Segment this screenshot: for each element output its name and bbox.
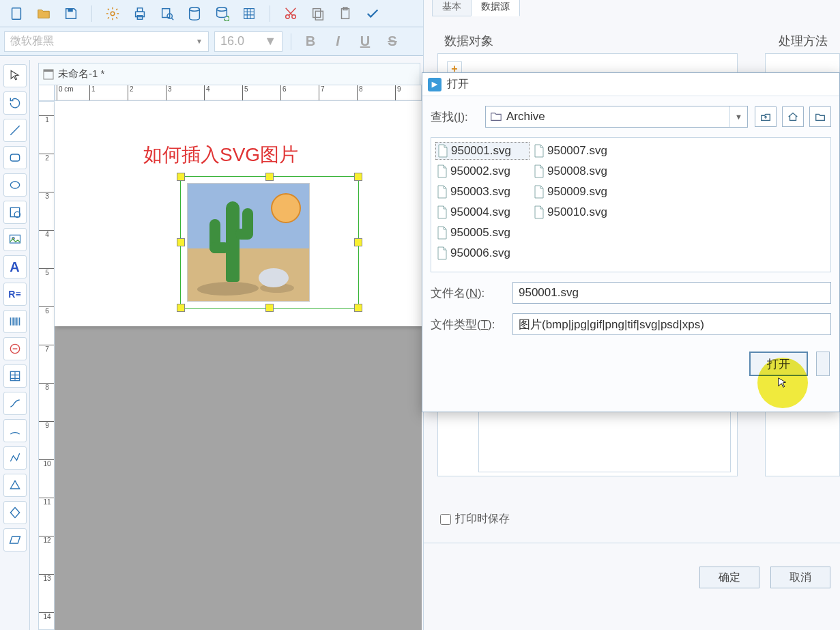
- canvas-area[interactable]: 如何插入SVG图片: [55, 101, 422, 630]
- file-item[interactable]: 950008.svg: [532, 162, 626, 180]
- table-tool-icon[interactable]: [3, 364, 27, 388]
- file-item[interactable]: 950005.svg: [435, 224, 530, 242]
- print-preview-icon[interactable]: [158, 4, 177, 23]
- file-item[interactable]: 950004.svg: [435, 203, 530, 221]
- resize-handle-w[interactable]: [177, 238, 185, 246]
- parallelogram-tool-icon[interactable]: [3, 528, 27, 552]
- save-icon[interactable]: [61, 4, 81, 23]
- filename-row: 文件名(N):: [431, 282, 831, 304]
- ruler-tick: 8: [39, 383, 55, 391]
- separator: [291, 33, 291, 50]
- barcode-tool-icon[interactable]: [3, 310, 27, 333]
- ruler-tick: 12: [39, 536, 55, 544]
- italic-button[interactable]: I: [327, 31, 349, 52]
- tab-datasource[interactable]: 数据源: [471, 0, 520, 16]
- file-list[interactable]: 950001.svg950002.svg950003.svg950004.svg…: [431, 137, 831, 272]
- chevron-down-icon[interactable]: ▼: [729, 106, 747, 127]
- file-item[interactable]: 950009.svg: [532, 183, 626, 201]
- rotate-tool-icon[interactable]: [3, 91, 27, 115]
- ellipse-tool-icon[interactable]: [3, 173, 27, 197]
- file-item[interactable]: 950007.svg: [532, 142, 626, 160]
- font-size-combo[interactable]: 16.0 ▼: [214, 31, 283, 52]
- resize-handle-ne[interactable]: [354, 173, 362, 181]
- new-folder-icon[interactable]: [809, 106, 831, 127]
- svg-rect-4: [137, 8, 142, 12]
- shape-tool-icon[interactable]: [3, 201, 27, 224]
- text-tool-icon[interactable]: A: [3, 255, 27, 278]
- bold-button[interactable]: B: [300, 31, 321, 52]
- save-on-print-row: 打印时保存: [440, 512, 510, 526]
- ruler-tick: 4: [204, 85, 210, 101]
- file-item[interactable]: 950001.svg: [435, 142, 530, 160]
- file-item[interactable]: 950002.svg: [435, 162, 530, 180]
- stamp-tool-icon[interactable]: [3, 337, 27, 360]
- svg-rect-13: [315, 11, 323, 20]
- svg-rect-6: [162, 8, 170, 17]
- line-tool-icon[interactable]: [3, 119, 27, 142]
- polyline-tool-icon[interactable]: [3, 446, 27, 470]
- ruler-tick: 9: [395, 85, 401, 101]
- copy-icon[interactable]: [308, 4, 328, 23]
- svg-point-9: [217, 7, 227, 11]
- print-icon[interactable]: [130, 4, 149, 23]
- new-file-icon[interactable]: [7, 4, 26, 23]
- image-tool-icon[interactable]: [3, 228, 27, 251]
- label-data-object: 数据对象: [444, 33, 493, 49]
- lookup-label: 查找(I):: [431, 109, 478, 125]
- font-name-combo[interactable]: 微软雅黑 ▼: [4, 31, 209, 52]
- triangle-tool-icon[interactable]: [3, 474, 27, 497]
- vertical-ruler: 1234567891011121314: [38, 101, 55, 630]
- filetype-combo[interactable]: [512, 313, 831, 335]
- resize-handle-nw[interactable]: [177, 173, 185, 181]
- home-icon[interactable]: [782, 106, 804, 127]
- paste-icon[interactable]: [336, 4, 355, 23]
- svg-point-8: [190, 7, 200, 11]
- resize-handle-e[interactable]: [354, 238, 362, 246]
- lookup-combo[interactable]: Archive ▼: [485, 106, 748, 128]
- file-name: 950006.svg: [450, 246, 510, 260]
- strikethrough-button[interactable]: S: [381, 31, 403, 52]
- ruler-tick: 4: [39, 230, 55, 238]
- dialog-titlebar[interactable]: 打开: [422, 73, 839, 96]
- diamond-tool-icon[interactable]: [3, 501, 27, 524]
- resize-handle-se[interactable]: [354, 304, 362, 312]
- underline-button[interactable]: U: [354, 31, 376, 52]
- settings-icon[interactable]: [103, 4, 122, 23]
- font-size-value: 16.0: [220, 34, 244, 48]
- ok-button[interactable]: 确定: [699, 567, 759, 588]
- pointer-tool-icon[interactable]: [3, 64, 27, 87]
- richtext-tool-icon[interactable]: R≡: [3, 283, 27, 306]
- file-item[interactable]: 950010.svg: [532, 203, 626, 221]
- open-button[interactable]: 打开: [749, 352, 808, 376]
- up-folder-icon[interactable]: [755, 106, 777, 127]
- document-tab[interactable]: 未命名-1 *: [38, 63, 420, 85]
- svg-rect-25: [44, 70, 53, 72]
- lookup-value: Archive: [506, 110, 729, 124]
- arc-tool-icon[interactable]: [3, 419, 27, 442]
- file-item[interactable]: 950006.svg: [435, 244, 530, 262]
- cut-icon[interactable]: [281, 4, 300, 23]
- database-icon[interactable]: [185, 4, 204, 23]
- curve-tool-icon[interactable]: [3, 392, 27, 415]
- selection-frame[interactable]: [180, 176, 359, 309]
- cancel-button[interactable]: 取消: [770, 567, 830, 588]
- resize-handle-n[interactable]: [265, 173, 274, 181]
- file-item[interactable]: 950003.svg: [435, 183, 530, 201]
- ruler-origin: 0 cm: [57, 85, 74, 101]
- resize-handle-sw[interactable]: [177, 304, 185, 312]
- grid-icon[interactable]: [240, 4, 259, 23]
- ruler-tick: 9: [39, 421, 55, 429]
- filename-input[interactable]: [512, 282, 831, 304]
- open-file-icon[interactable]: [34, 4, 53, 23]
- file-name: 950003.svg: [450, 185, 510, 199]
- dropdown-button[interactable]: [816, 352, 830, 376]
- rounded-rect-tool-icon[interactable]: [3, 146, 27, 169]
- resize-handle-s[interactable]: [265, 304, 274, 312]
- file-name: 950005.svg: [450, 226, 510, 240]
- tab-basic[interactable]: 基本: [432, 0, 472, 16]
- check-icon[interactable]: [363, 4, 382, 23]
- save-on-print-checkbox[interactable]: [440, 514, 451, 525]
- database-refresh-icon[interactable]: [212, 4, 231, 23]
- save-on-print-label: 打印时保存: [455, 512, 510, 526]
- filetype-label: 文件类型(T):: [431, 317, 506, 332]
